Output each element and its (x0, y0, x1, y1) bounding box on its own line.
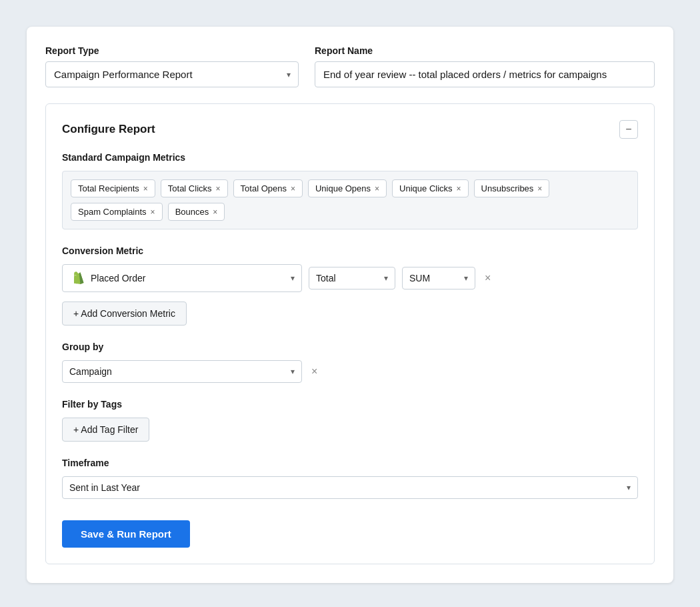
function-select[interactable]: SUM AVG COUNT (409, 273, 459, 283)
tag-unsubscribes: Unsubscribes × (474, 179, 550, 197)
timeframe-label: Timeframe (62, 458, 638, 468)
tag-total-clicks: Total Clicks × (161, 179, 228, 197)
configure-title: Configure Report (62, 123, 155, 136)
report-type-label: Report Type (45, 45, 299, 56)
tag-total-opens: Total Opens × (233, 179, 303, 197)
tag-label: Unique Clicks (399, 183, 452, 193)
standard-metrics-label: Standard Campaign Metrics (62, 152, 638, 163)
tag-spam-complaints: Spam Complaints × (71, 203, 163, 221)
tag-remove-icon[interactable]: × (213, 208, 217, 216)
conversion-metric-row: Placed Order Viewed Product Started Chec… (62, 264, 638, 292)
tag-label: Total Clicks (168, 183, 212, 193)
filter-tags-section: Filter by Tags + Add Tag Filter (62, 399, 638, 442)
main-card: Report Type Campaign Performance ReportE… (27, 27, 673, 583)
group-by-row: Campaign Tag Day Week Month ▾ × (62, 360, 638, 383)
conversion-metric-select[interactable]: Placed Order Viewed Product Started Chec… (91, 273, 283, 283)
group-by-select[interactable]: Campaign Tag Day Week Month (69, 366, 285, 377)
filter-tags-label: Filter by Tags (62, 399, 638, 410)
tag-label: Unsubscribes (481, 183, 534, 193)
tag-remove-icon[interactable]: × (291, 185, 295, 193)
tag-label: Total Opens (241, 183, 287, 193)
timeframe-select-wrapper: Sent in Last Year Sent in Last 30 Days S… (62, 476, 638, 499)
conversion-metric-section: Conversion Metric (62, 245, 638, 326)
page-wrapper: Report Type Campaign Performance ReportE… (13, 13, 687, 607)
tag-remove-icon[interactable]: × (143, 185, 148, 193)
tag-label: Bounces (175, 207, 209, 217)
configure-header: Configure Report − (62, 120, 638, 139)
aggregate-chevron-icon: ▾ (384, 273, 388, 283)
tag-label: Spam Complaints (78, 207, 147, 217)
timeframe-chevron-icon: ▾ (627, 483, 631, 492)
timeframe-select[interactable]: Sent in Last Year Sent in Last 30 Days S… (69, 482, 621, 493)
standard-metrics-section: Standard Campaign Metrics Total Recipien… (62, 152, 638, 229)
tag-total-recipients: Total Recipients × (71, 179, 155, 197)
tag-label: Unique Opens (315, 183, 371, 193)
tag-remove-icon[interactable]: × (375, 185, 379, 193)
tag-remove-icon[interactable]: × (216, 185, 221, 193)
tag-remove-icon[interactable]: × (457, 185, 461, 193)
remove-conversion-button[interactable]: × (482, 270, 493, 286)
metrics-tags-container: Total Recipients × Total Clicks × Total … (62, 171, 638, 229)
configure-section: Configure Report − Standard Campaign Met… (45, 103, 655, 564)
aggregate-select[interactable]: Total Unique First (316, 273, 379, 283)
report-name-field: Report Name (315, 45, 655, 87)
timeframe-section: Timeframe Sent in Last Year Sent in Last… (62, 458, 638, 499)
shopify-icon (69, 270, 85, 286)
add-conversion-metric-button[interactable]: + Add Conversion Metric (62, 301, 187, 326)
tag-unique-clicks: Unique Clicks × (392, 179, 469, 197)
top-row: Report Type Campaign Performance ReportE… (45, 45, 655, 87)
add-tag-filter-button[interactable]: + Add Tag Filter (62, 418, 149, 442)
group-by-select-wrapper: Campaign Tag Day Week Month ▾ (62, 360, 302, 383)
collapse-button[interactable]: − (619, 120, 638, 139)
tag-unique-opens: Unique Opens × (308, 179, 387, 197)
save-run-button[interactable]: Save & Run Report (62, 520, 190, 548)
conversion-metric-label: Conversion Metric (62, 245, 638, 256)
aggregate-select-wrapper: Total Unique First ▾ (309, 267, 395, 289)
tag-bounces: Bounces × (168, 203, 225, 221)
group-by-section: Group by Campaign Tag Day Week Month ▾ × (62, 342, 638, 383)
group-by-chevron-icon: ▾ (291, 367, 295, 376)
function-chevron-icon: ▾ (464, 273, 468, 283)
report-name-input[interactable] (315, 61, 655, 87)
report-type-select-wrapper: Campaign Performance ReportEmail Perform… (45, 61, 299, 87)
group-by-label: Group by (62, 342, 638, 352)
function-select-wrapper: SUM AVG COUNT ▾ (402, 267, 475, 289)
tag-label: Total Recipients (78, 183, 139, 193)
report-type-select[interactable]: Campaign Performance ReportEmail Perform… (45, 61, 299, 87)
remove-group-by-button[interactable]: × (309, 364, 320, 380)
conversion-metric-select-wrapper: Placed Order Viewed Product Started Chec… (62, 264, 302, 292)
tag-remove-icon[interactable]: × (537, 185, 542, 193)
report-type-field: Report Type Campaign Performance ReportE… (45, 45, 299, 87)
tag-remove-icon[interactable]: × (151, 208, 155, 216)
report-name-label: Report Name (315, 45, 655, 56)
conversion-metric-chevron-icon: ▾ (291, 273, 295, 283)
